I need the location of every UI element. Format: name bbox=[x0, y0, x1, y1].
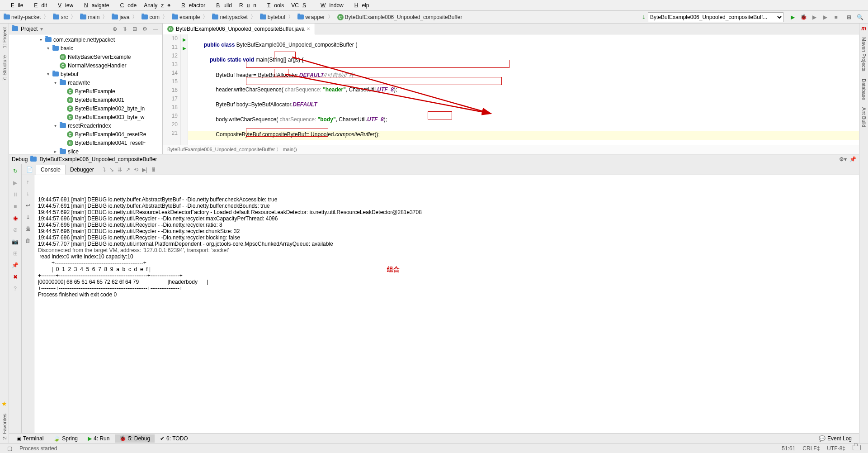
tree-node[interactable]: bytebuf bbox=[9, 70, 162, 78]
crumb[interactable]: nettypacket〉 bbox=[211, 13, 258, 21]
run-icon[interactable]: ▶ bbox=[789, 14, 796, 21]
run-config-select[interactable]: ByteBufExample006_Unpooled_compositeBuff… bbox=[648, 12, 783, 22]
menu-window[interactable]: Window bbox=[313, 2, 347, 9]
clear-icon[interactable]: 🗑 bbox=[24, 237, 32, 245]
tree-node[interactable]: CNettyBasicServerExample bbox=[9, 52, 162, 61]
run-gutter-icon[interactable]: ▶ bbox=[181, 44, 188, 52]
encoding[interactable]: UTF-8‡ bbox=[823, 445, 849, 452]
tree-node[interactable]: CByteBufExample003_byte_w bbox=[9, 113, 162, 121]
step-out-icon[interactable]: ↗ bbox=[126, 167, 130, 173]
mute-bp-icon[interactable]: ⊘ bbox=[11, 226, 19, 234]
crumb[interactable]: java〉 bbox=[111, 13, 140, 21]
pin-icon[interactable]: 📌 bbox=[11, 261, 19, 269]
menu-navigate[interactable]: Navigate bbox=[77, 2, 113, 9]
tree-node[interactable]: basic bbox=[9, 44, 162, 52]
line-separator[interactable]: CRLF‡ bbox=[799, 445, 823, 452]
breakpoints-icon[interactable]: ◉ bbox=[11, 214, 19, 222]
stop-icon[interactable]: ■ bbox=[832, 14, 840, 21]
tree-node[interactable]: com.example.nettypacket bbox=[9, 35, 162, 44]
lock-icon[interactable] bbox=[849, 445, 864, 452]
tab-debug[interactable]: 🐞5: Debug bbox=[115, 434, 155, 443]
menu-help[interactable]: Help bbox=[347, 2, 373, 9]
tab-project[interactable]: 1: Project bbox=[1, 24, 8, 52]
menu-edit[interactable]: Edit bbox=[27, 2, 51, 9]
crumb[interactable]: main〉 bbox=[79, 13, 110, 21]
gutter[interactable]: 101112131415161718192021 bbox=[163, 34, 181, 145]
coverage-icon[interactable]: ▶ bbox=[811, 14, 818, 21]
crumb[interactable]: CByteBufExample006_Unpooled_compositeBuf… bbox=[336, 14, 463, 20]
tree-node[interactable]: resetReaderIndex bbox=[9, 121, 162, 130]
stop-icon[interactable]: ■ bbox=[11, 202, 19, 210]
tab-console[interactable]: Console bbox=[36, 165, 66, 175]
menu-build[interactable]: Build bbox=[209, 2, 236, 9]
resume-icon[interactable]: ▶ bbox=[11, 179, 19, 187]
crumb[interactable]: src〉 bbox=[52, 13, 78, 21]
tree-node[interactable]: CByteBufExample004_resetRe bbox=[9, 130, 162, 138]
crumb[interactable]: example〉 bbox=[171, 13, 210, 21]
scroll-from-icon[interactable]: ⊕ bbox=[111, 26, 118, 32]
run-to-cursor-icon[interactable]: ▶| bbox=[142, 167, 147, 173]
tree-node[interactable]: CByteBufExample bbox=[9, 87, 162, 95]
tree-node[interactable]: CByteBufExample001 bbox=[9, 95, 162, 104]
make-icon[interactable]: ⤓ bbox=[642, 14, 646, 20]
force-step-icon[interactable]: ⇊ bbox=[118, 167, 122, 173]
soft-wrap-icon[interactable]: ↩ bbox=[24, 201, 32, 210]
menu-run[interactable]: Run bbox=[236, 2, 260, 9]
hide-icon[interactable]: — bbox=[151, 26, 160, 32]
search-icon[interactable]: 🔍 bbox=[855, 14, 865, 20]
crumb[interactable]: com〉 bbox=[141, 13, 170, 21]
menu-view[interactable]: View bbox=[51, 2, 77, 9]
caret-position[interactable]: 51:61 bbox=[778, 445, 799, 452]
menu-file[interactable]: File bbox=[4, 2, 27, 9]
crumb[interactable]: netty-packet〉 bbox=[3, 13, 51, 21]
tree-node[interactable]: slice bbox=[9, 147, 162, 154]
menu-refactor[interactable]: Refactor bbox=[174, 2, 209, 9]
down-icon[interactable]: ↓ bbox=[24, 190, 32, 198]
tab-ant[interactable]: Ant Build bbox=[860, 104, 868, 131]
step-into-icon[interactable]: ↘ bbox=[109, 167, 114, 173]
tab-structure[interactable]: 7: Structure bbox=[1, 52, 8, 85]
pause-icon[interactable]: ⏸ bbox=[11, 191, 19, 199]
gear-icon[interactable]: ⚙▾ bbox=[839, 156, 847, 162]
crumb[interactable]: bytebuf〉 bbox=[259, 13, 296, 21]
status-icon[interactable]: ▢ bbox=[4, 445, 16, 452]
rerun-icon[interactable]: ↻ bbox=[11, 167, 19, 175]
editor-tab[interactable]: C ByteBufExample006_Unpooled_compositeBu… bbox=[163, 24, 315, 34]
tab-database[interactable]: Database bbox=[860, 75, 868, 104]
tab-debugger[interactable]: Debugger bbox=[66, 165, 99, 174]
project-tree[interactable]: com.example.nettypacketbasicCNettyBasicS… bbox=[9, 34, 162, 154]
menu-vcs[interactable]: VCS bbox=[288, 2, 313, 9]
exec-point-icon[interactable]: 📄 bbox=[24, 167, 36, 173]
menu-tools[interactable]: Tools bbox=[260, 2, 288, 9]
tree-node[interactable]: CByteBufExample002_byte_in bbox=[9, 104, 162, 113]
close-icon[interactable]: ✖ bbox=[11, 273, 19, 281]
help-icon[interactable]: ? bbox=[11, 285, 19, 293]
print-icon[interactable]: 🖶 bbox=[24, 225, 32, 233]
crumb[interactable]: wrapper〉 bbox=[297, 13, 335, 21]
menu-analyze[interactable]: Analyze bbox=[140, 2, 174, 9]
drop-frame-icon[interactable]: ⟲ bbox=[134, 167, 138, 173]
tab-run[interactable]: ▶4: Run bbox=[83, 434, 114, 443]
scroll-end-icon[interactable]: ⤓ bbox=[24, 213, 32, 221]
tab-maven[interactable]: Maven Projects bbox=[860, 33, 868, 75]
layout-icon[interactable]: ⊞ bbox=[845, 14, 853, 20]
profile-icon[interactable]: ▶ bbox=[821, 14, 829, 21]
run-gutter-icon[interactable]: ▶ bbox=[181, 35, 188, 44]
console-output[interactable]: 组合 19:44:57.691 [main] DEBUG io.netty.bu… bbox=[34, 175, 859, 433]
evaluate-icon[interactable]: 🖩 bbox=[151, 167, 156, 173]
step-over-icon[interactable]: ⤵ bbox=[103, 167, 106, 173]
pin-icon[interactable]: 📌 bbox=[849, 156, 856, 162]
collapse-icon[interactable]: ⊟ bbox=[131, 26, 138, 32]
close-icon[interactable]: × bbox=[307, 26, 310, 32]
up-icon[interactable]: ↑ bbox=[24, 178, 32, 186]
menu-code[interactable]: Code bbox=[113, 2, 140, 9]
code-area[interactable]: public class ByteBufExample006_Unpooled_… bbox=[188, 34, 859, 145]
tab-spring[interactable]: 🍃Spring bbox=[49, 434, 82, 443]
expand-icon[interactable]: ⥮ bbox=[121, 26, 128, 32]
editor-breadcrumb[interactable]: ByteBufExample006_Unpooled_compositeBuff… bbox=[163, 145, 859, 154]
layout-icon[interactable]: ⊞ bbox=[11, 249, 19, 257]
tree-node[interactable]: readwrite bbox=[9, 78, 162, 87]
tree-node[interactable]: CNormalMessageHandler bbox=[9, 61, 162, 70]
tab-terminal[interactable]: ▣Terminal bbox=[12, 434, 48, 443]
gear-icon[interactable]: ⚙ bbox=[141, 26, 149, 32]
